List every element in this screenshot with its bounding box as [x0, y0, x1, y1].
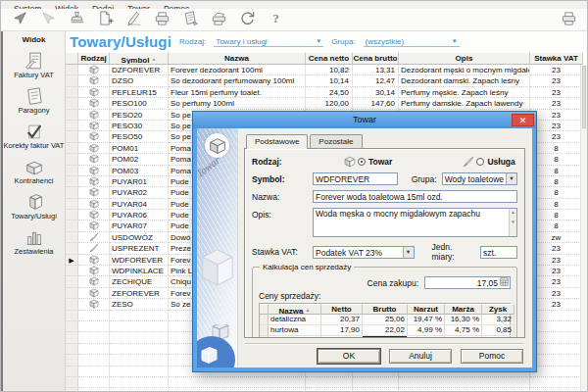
anuluj-button[interactable]: Anuluj	[389, 349, 452, 364]
menu-dodaj[interactable]: Dodaj	[85, 4, 121, 10]
price-cell-brutto[interactable]: 22,99	[363, 336, 408, 338]
back-button[interactable]	[11, 11, 28, 28]
grupa-dropdown[interactable]: Wody toaletowe ▼	[442, 172, 517, 185]
stawka-vat-dropdown[interactable]: Podatek VAT 23% ▼	[313, 246, 415, 259]
price-cell-zysk[interactable]: 1,64	[482, 336, 514, 338]
refresh-icon	[239, 10, 256, 30]
tab-pozostale[interactable]: Pozostałe	[310, 134, 362, 148]
column-header-nazwa[interactable]: Nazwa	[169, 52, 306, 65]
row-type-icon	[78, 243, 110, 254]
calculator-icon[interactable]	[500, 277, 510, 288]
menu-system[interactable]: System	[7, 4, 48, 10]
chevron-down-icon: ▼	[452, 38, 458, 44]
table-row[interactable]: PEFLEUR15Fleur 15ml perfumy toalet.24,50…	[66, 87, 580, 98]
stamp-button[interactable]	[68, 11, 85, 28]
column-header-cena-netto[interactable]: Cena netto	[306, 52, 353, 65]
price-cell-zysk[interactable]: 0,85	[482, 325, 514, 336]
print-button[interactable]	[153, 11, 171, 28]
column-header-opis[interactable]: Opis	[399, 52, 530, 65]
jedn-miary-input[interactable]: szt.	[480, 246, 517, 259]
price-cell-brutto[interactable]: 25,06	[363, 315, 408, 325]
price-column-narzut[interactable]: Narzut	[408, 304, 445, 315]
textarea-scrollbar[interactable]: ▲▼	[509, 209, 516, 236]
price-row[interactable]: ▶specjalna18,6922,999,63 %8,78 %1,64	[260, 336, 510, 338]
tab-podstawowe[interactable]: Podstawowe	[246, 134, 308, 149]
radio-button-towar[interactable]	[358, 158, 366, 166]
price-cell-zysk[interactable]: 3,32	[482, 315, 514, 325]
radio-button-usluga[interactable]	[476, 158, 484, 166]
grupa-filter-dropdown[interactable]: (wszystkie) ▼	[364, 36, 460, 47]
menu-towar[interactable]: Towar	[121, 4, 157, 10]
nazwa-input[interactable]: Forever woda toaletowa 15ml ozd.	[313, 190, 517, 203]
sidebar-item-kontrahenci[interactable]: Kontrahenci	[3, 157, 65, 185]
menu-widok[interactable]: Widok	[48, 4, 85, 10]
price-cell-brutto[interactable]: 22,02	[363, 325, 408, 336]
help-button[interactable]: ?	[267, 11, 284, 28]
close-icon[interactable]: ✕	[512, 114, 534, 126]
price-column-marza[interactable]: Marża	[445, 304, 482, 315]
price-cell-narzut[interactable]: 9,63 %	[408, 336, 445, 338]
menu-pomoc[interactable]: Pomoc	[157, 4, 196, 10]
sidebar-item-towary-uslugi[interactable]: Towary/Usługi	[3, 192, 65, 220]
opis-value: Woda męska o mocny migdałowym zapachu	[316, 209, 480, 219]
radio-towar[interactable]: Towar	[344, 156, 392, 168]
table-row[interactable]: DZFOREVERForever dezodorant 100ml10,8213…	[66, 65, 580, 75]
ok-button[interactable]: OK	[318, 349, 380, 364]
row-type-icon	[78, 276, 110, 287]
refresh-button[interactable]	[238, 11, 256, 28]
price-cell-netto[interactable]: 20,37	[321, 315, 363, 325]
price-cell-netto[interactable]: 17,90	[321, 325, 363, 336]
sidebar-item-paragony[interactable]: Paragony	[3, 86, 65, 115]
price-cell-marza[interactable]: 4,75 %	[445, 325, 482, 336]
column-header-stawka-vat[interactable]: Stawka VAT	[530, 52, 583, 65]
price-column-netto[interactable]: Netto	[321, 304, 363, 315]
vertical-scrollbar[interactable]	[580, 65, 587, 392]
row-selector	[66, 143, 78, 154]
price-cell-narzut[interactable]: 19,47 %	[408, 315, 445, 325]
price-column-brutto[interactable]: Brutto	[363, 304, 408, 315]
column-header-cena-brutto[interactable]: Cena brutto	[353, 52, 399, 65]
price-row[interactable]: detaliczna20,3725,0619,47 %16,30 %3,32	[260, 315, 510, 325]
edit-pen-button[interactable]	[124, 11, 142, 28]
price-cell-nazwa: detaliczna	[269, 315, 321, 325]
opis-textarea[interactable]: Woda męska o mocny migdałowym zapachu ▲▼	[313, 208, 517, 237]
cell-vat: 8	[530, 166, 583, 176]
empty-cell	[78, 355, 110, 366]
cena-zakupu-input[interactable]: 17,05	[424, 276, 511, 289]
price-column-nazwa[interactable]: Nazwa▲	[269, 304, 321, 315]
towar-watermark: Towar	[197, 154, 221, 180]
price-column-zysk[interactable]: Zysk	[482, 304, 514, 315]
scrollbar-thumb[interactable]	[582, 66, 586, 128]
price-cell-narzut[interactable]: 4,99 %	[408, 325, 445, 336]
price-row[interactable]: hurtowa17,9022,024,99 %4,75 %0,85	[260, 325, 510, 336]
sidebar-item-korekty-faktur-vat[interactable]: Korekty faktur VAT	[3, 122, 65, 150]
cell-symbol: PUYAR02	[110, 187, 169, 198]
cell-symbol: WDPINKLACE	[110, 266, 169, 276]
cell-symbol: PESO100	[110, 98, 169, 109]
cell-symbol: USDOWÓZ	[110, 232, 169, 243]
price-cell-netto[interactable]: 18,69	[321, 336, 363, 338]
symbol-input[interactable]: WDFOREVER	[313, 172, 398, 185]
row-selector	[66, 299, 78, 310]
sidebar-item-label: Korekty faktur VAT	[3, 142, 65, 150]
price-cell-marza[interactable]: 16,30 %	[445, 315, 482, 325]
rodzaj-filter-label: Rodzaj:	[179, 37, 206, 46]
new-document-button[interactable]	[96, 11, 114, 28]
radio-usluga[interactable]: Usługa	[463, 156, 514, 168]
column-header-symbol[interactable]: Symbol▲	[110, 52, 169, 65]
table-row[interactable]: PESO100So perfumy 100ml120,00147,60Perfu…	[66, 98, 580, 109]
column-header-rodzaj[interactable]: Rodzaj	[78, 52, 110, 65]
empty-cell	[306, 377, 353, 388]
cell-vat: 23	[530, 65, 583, 75]
table-row[interactable]: DZSOSo dezodorant perfumowany 100ml10,14…	[66, 75, 580, 86]
forward-button[interactable]	[39, 11, 57, 28]
sidebar-item-faktury-vat[interactable]: Faktury VAT	[3, 51, 65, 79]
export-document-button[interactable]	[181, 11, 199, 28]
sidebar-item-zestawienia[interactable]: Zestawienia	[3, 227, 65, 256]
print-copies-button[interactable]	[210, 11, 227, 28]
pomoc-button[interactable]: Pomoc	[461, 349, 523, 364]
grupa-label: Grupa:	[412, 174, 437, 184]
price-cell-marza[interactable]: 8,78 %	[445, 336, 482, 338]
rodzaj-filter-dropdown[interactable]: Towary i usługi ▼	[214, 36, 323, 47]
print-button-right[interactable]	[560, 11, 577, 28]
